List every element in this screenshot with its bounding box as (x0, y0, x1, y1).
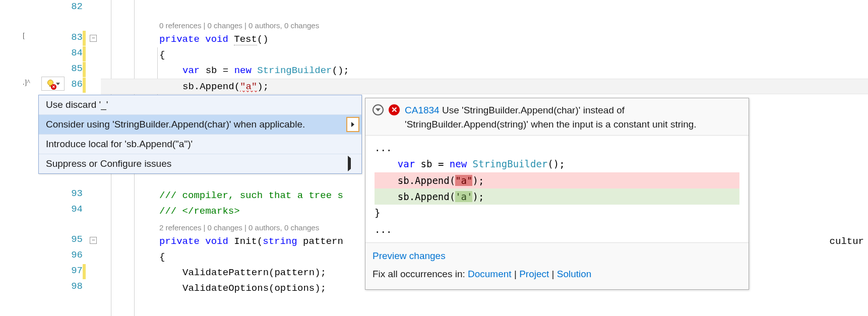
chevron-right-icon (351, 122, 354, 127)
lightbulb-button[interactable]: ✕ (41, 77, 65, 91)
line-number: 97 (71, 265, 83, 276)
code-line-current: sb.Append("a"); (101, 79, 868, 94)
line-number: 83 (71, 32, 83, 43)
quick-action-expand[interactable] (346, 117, 359, 132)
line-number: 84 (71, 47, 83, 58)
preview-changes-link[interactable]: Preview changes (373, 250, 446, 261)
collapse-button[interactable] (373, 104, 384, 115)
quick-actions-menu: Use discard '_' Consider using 'StringBu… (38, 95, 362, 174)
rule-text: Use 'StringBuilder.Append(char)' instead… (405, 105, 697, 130)
rule-id[interactable]: CA1834 (405, 105, 440, 115)
line-number: 85 (71, 63, 83, 74)
preview-header-text: CA1834 Use 'StringBuilder.Append(char)' … (405, 103, 741, 131)
fix-scope-label: Fix all occurrences in: (373, 269, 465, 279)
codelens[interactable]: 0 references | 0 changes | 0 authors, 0 … (101, 18, 868, 33)
fix-scope-project[interactable]: Project (519, 269, 549, 279)
preview-header: ✕ CA1834 Use 'StringBuilder.Append(char)… (365, 98, 749, 136)
quick-action-item[interactable]: Introduce local for 'sb.Append("a")' (39, 135, 361, 154)
quick-action-label: Suppress or Configure issues (46, 158, 171, 169)
fold-toggle[interactable]: − (90, 35, 97, 42)
change-bar (83, 78, 86, 93)
line-number: 93 (71, 188, 83, 199)
change-bar (83, 62, 86, 77)
editor-left-margin: [ .]^ (0, 0, 40, 316)
line-number: 94 (71, 204, 83, 215)
diff-added-line: sb.Append('a'); (375, 188, 739, 205)
change-bar (83, 264, 86, 279)
code-line: private void Test() (101, 32, 868, 47)
change-bar (83, 31, 86, 46)
change-bar (83, 46, 86, 61)
line-number: 86 (71, 79, 83, 90)
quick-action-label: Consider using 'StringBuilder.Append(cha… (46, 119, 305, 130)
code-line: var sb = new StringBuilder(); (101, 63, 868, 79)
margin-mark-dotcaret: .]^ (23, 79, 30, 87)
line-number: 82 (71, 1, 83, 12)
line-number: 96 (71, 249, 83, 261)
quick-action-label: Use discard '_' (46, 99, 108, 110)
preview-actions: Preview changes Fix all occurrences in: … (365, 242, 749, 289)
fix-scope-solution[interactable]: Solution (557, 269, 592, 279)
error-squiggle: "a" (240, 81, 257, 93)
quick-action-item[interactable]: Use discard '_' (39, 95, 361, 115)
chevron-right-icon (348, 156, 351, 171)
code-line: { (101, 47, 868, 63)
chevron-down-icon (376, 108, 381, 111)
lightbulb-icon: ✕ (46, 79, 55, 88)
quick-action-item[interactable]: Suppress or Configure issues (39, 154, 361, 173)
diff-removed-line: sb.Append("a"); (375, 172, 739, 188)
margin-mark-bracket: [ (23, 32, 25, 40)
quick-action-label: Introduce local for 'sb.Append("a")' (46, 139, 193, 150)
preview-diff: ... var sb = new StringBuilder(); sb.App… (365, 136, 749, 242)
fix-scope-document[interactable]: Document (468, 269, 512, 279)
fix-preview-panel: ✕ CA1834 Use 'StringBuilder.Append(char)… (365, 98, 749, 290)
error-icon: ✕ (389, 104, 400, 115)
dropdown-caret-icon (56, 83, 60, 85)
error-badge-icon: ✕ (51, 84, 56, 90)
fold-toggle[interactable]: − (90, 237, 97, 244)
line-number: 95 (71, 234, 83, 245)
quick-action-item-selected[interactable]: Consider using 'StringBuilder.Append(cha… (39, 115, 361, 135)
line-number: 98 (71, 281, 83, 292)
